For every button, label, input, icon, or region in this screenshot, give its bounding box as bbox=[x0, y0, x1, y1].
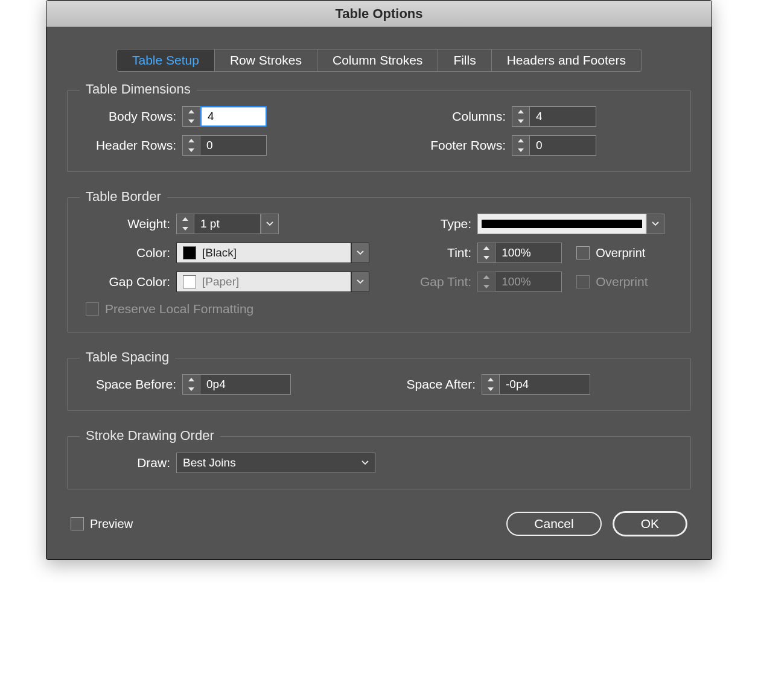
tab-fills[interactable]: Fills bbox=[438, 49, 491, 72]
gap-color-dropdown-button[interactable] bbox=[351, 272, 369, 292]
tint-spinner[interactable] bbox=[477, 243, 495, 263]
footer-rows-spinner[interactable] bbox=[512, 135, 530, 156]
gap-overprint-label: Overprint bbox=[596, 275, 648, 289]
color-dropdown-button[interactable] bbox=[351, 243, 369, 263]
type-label: Type: bbox=[393, 217, 471, 231]
columns-input[interactable] bbox=[530, 106, 596, 127]
dialog-table-options: Table Options Table Setup Row Strokes Co… bbox=[46, 0, 712, 560]
color-dropdown[interactable]: [Black] bbox=[176, 243, 351, 263]
group-table-spacing: Table Spacing Space Before: bbox=[67, 358, 691, 411]
ok-button[interactable]: OK bbox=[613, 511, 687, 536]
chevron-down-icon bbox=[361, 460, 369, 465]
dialog-title: Table Options bbox=[46, 1, 712, 27]
group-table-dimensions: Table Dimensions Body Rows: bbox=[67, 90, 691, 172]
preview-checkbox[interactable] bbox=[71, 517, 84, 530]
gap-tint-up-icon bbox=[478, 272, 495, 282]
tab-row-strokes-label: Row Strokes bbox=[230, 53, 302, 67]
overprint-label: Overprint bbox=[596, 246, 645, 260]
group-stroke-drawing-order-title: Stroke Drawing Order bbox=[80, 428, 220, 444]
gap-tint-label: Gap Tint: bbox=[393, 275, 471, 289]
tab-table-setup[interactable]: Table Setup bbox=[116, 49, 215, 72]
draw-dropdown[interactable]: Best Joins bbox=[176, 453, 375, 473]
color-label: Color: bbox=[86, 246, 170, 260]
space-before-up-icon[interactable] bbox=[183, 375, 200, 384]
tab-column-strokes-label: Column Strokes bbox=[333, 53, 422, 67]
space-after-label: Space After: bbox=[379, 377, 476, 392]
gap-overprint-checkbox bbox=[576, 275, 590, 288]
group-table-spacing-title: Table Spacing bbox=[80, 349, 175, 365]
dialog-footer: Preview Cancel OK bbox=[67, 511, 691, 541]
type-dropdown[interactable] bbox=[477, 214, 646, 234]
tab-headers-footers[interactable]: Headers and Footers bbox=[492, 49, 642, 72]
tint-up-icon[interactable] bbox=[478, 243, 495, 253]
footer-rows-input[interactable] bbox=[530, 135, 596, 156]
footer-rows-up-icon[interactable] bbox=[512, 136, 529, 145]
overprint-checkbox[interactable] bbox=[576, 246, 590, 259]
gap-color-dropdown-value: [Paper] bbox=[202, 275, 239, 288]
draw-label: Draw: bbox=[86, 456, 170, 470]
header-rows-input[interactable] bbox=[200, 135, 267, 156]
draw-dropdown-value: Best Joins bbox=[183, 456, 236, 469]
preserve-local-formatting-checkbox bbox=[86, 302, 99, 316]
columns-label: Columns: bbox=[379, 109, 506, 124]
tab-fills-label: Fills bbox=[453, 53, 476, 67]
space-after-up-icon[interactable] bbox=[482, 375, 499, 384]
space-after-spinner[interactable] bbox=[482, 374, 500, 395]
space-before-down-icon[interactable] bbox=[183, 384, 200, 394]
tab-column-strokes[interactable]: Column Strokes bbox=[317, 49, 438, 72]
color-dropdown-value: [Black] bbox=[202, 246, 237, 259]
space-before-label: Space Before: bbox=[86, 377, 176, 392]
color-swatch bbox=[183, 246, 196, 259]
body-rows-input[interactable] bbox=[200, 106, 267, 127]
body-rows-spinner[interactable] bbox=[182, 106, 200, 127]
header-rows-up-icon[interactable] bbox=[183, 136, 200, 145]
gap-color-label: Gap Color: bbox=[86, 275, 170, 289]
space-before-input[interactable] bbox=[200, 374, 291, 395]
weight-down-icon[interactable] bbox=[177, 224, 194, 234]
cancel-button[interactable]: Cancel bbox=[506, 512, 601, 536]
weight-input[interactable] bbox=[194, 214, 261, 234]
tint-label: Tint: bbox=[393, 246, 471, 260]
space-after-down-icon[interactable] bbox=[482, 384, 499, 394]
tab-headers-footers-label: Headers and Footers bbox=[507, 53, 626, 67]
tint-input[interactable] bbox=[495, 243, 562, 263]
space-before-spinner[interactable] bbox=[182, 374, 200, 395]
tab-row-strokes[interactable]: Row Strokes bbox=[215, 49, 317, 72]
group-table-dimensions-title: Table Dimensions bbox=[80, 81, 197, 97]
cancel-button-label: Cancel bbox=[534, 517, 573, 530]
ok-button-label: OK bbox=[641, 517, 659, 530]
tab-bar: Table Setup Row Strokes Column Strokes F… bbox=[67, 49, 691, 72]
preserve-local-formatting-label: Preserve Local Formatting bbox=[105, 302, 253, 316]
footer-rows-down-icon[interactable] bbox=[512, 145, 529, 155]
gap-tint-down-icon bbox=[478, 282, 495, 291]
header-rows-spinner[interactable] bbox=[182, 135, 200, 156]
preview-label: Preview bbox=[90, 517, 133, 531]
header-rows-down-icon[interactable] bbox=[183, 145, 200, 155]
gap-color-dropdown[interactable]: [Paper] bbox=[176, 272, 351, 292]
space-after-input[interactable] bbox=[500, 374, 590, 395]
columns-spinner[interactable] bbox=[512, 106, 530, 127]
stroke-preview-line bbox=[482, 220, 642, 228]
gap-color-swatch bbox=[183, 275, 196, 288]
tab-table-setup-label: Table Setup bbox=[132, 53, 199, 67]
body-rows-down-icon[interactable] bbox=[183, 116, 200, 126]
columns-down-icon[interactable] bbox=[512, 116, 529, 126]
columns-up-icon[interactable] bbox=[512, 107, 529, 116]
header-rows-label: Header Rows: bbox=[86, 138, 176, 153]
weight-spinner[interactable] bbox=[176, 214, 194, 234]
body-rows-label: Body Rows: bbox=[86, 109, 176, 124]
gap-tint-input bbox=[495, 272, 562, 292]
type-dropdown-button[interactable] bbox=[646, 214, 664, 234]
group-table-border: Table Border Weight: bbox=[67, 197, 691, 332]
tint-down-icon[interactable] bbox=[478, 253, 495, 262]
weight-dropdown-button[interactable] bbox=[261, 214, 279, 234]
body-rows-up-icon[interactable] bbox=[183, 107, 200, 116]
weight-up-icon[interactable] bbox=[177, 214, 194, 224]
weight-label: Weight: bbox=[86, 217, 170, 231]
footer-rows-label: Footer Rows: bbox=[379, 138, 506, 153]
gap-tint-spinner bbox=[477, 272, 495, 292]
group-stroke-drawing-order: Stroke Drawing Order Draw: Best Joins bbox=[67, 436, 691, 489]
group-table-border-title: Table Border bbox=[80, 189, 167, 205]
